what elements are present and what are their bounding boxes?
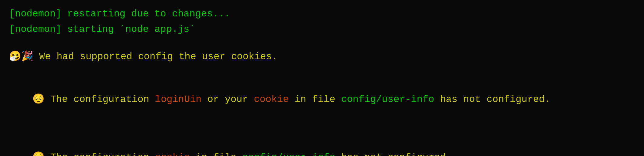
blank-line-3 — [9, 123, 635, 134]
loginuin-error-prefix: 😔 The configuration — [32, 94, 155, 105]
loginuin-error-mid1: or your — [201, 94, 254, 105]
loginuin-error-suffix: has not configured. — [434, 94, 550, 105]
cookie-error-prefix: 😔 The configuration — [32, 152, 155, 156]
blank-line-2 — [9, 64, 635, 76]
cookie-keyword-2: cookie — [155, 152, 190, 156]
config-success-line: 🤧🎉 We had supported config the user cook… — [9, 49, 635, 64]
cookie-keyword-1: cookie — [254, 94, 289, 105]
nodemon-restart-line: [nodemon] restarting due to changes... — [9, 6, 635, 22]
blank-line-1 — [9, 37, 635, 49]
cookie-error-suffix: has not configured. — [335, 152, 452, 156]
cookie-error-line: 😔 The configuration cookie in file confi… — [9, 134, 635, 156]
terminal-output: [nodemon] restarting due to changes... [… — [9, 6, 635, 156]
config-path-2: config/user-info — [242, 152, 335, 156]
nodemon-start-line: [nodemon] starting `node app.js` — [9, 22, 635, 37]
config-path-1: config/user-info — [341, 94, 434, 105]
loginuin-keyword: loginUin — [155, 94, 202, 105]
loginuin-error-mid2: in file — [289, 94, 341, 105]
cookie-error-mid: in file — [190, 152, 242, 156]
loginuin-error-line: 😔 The configuration loginUin or your coo… — [9, 76, 635, 123]
